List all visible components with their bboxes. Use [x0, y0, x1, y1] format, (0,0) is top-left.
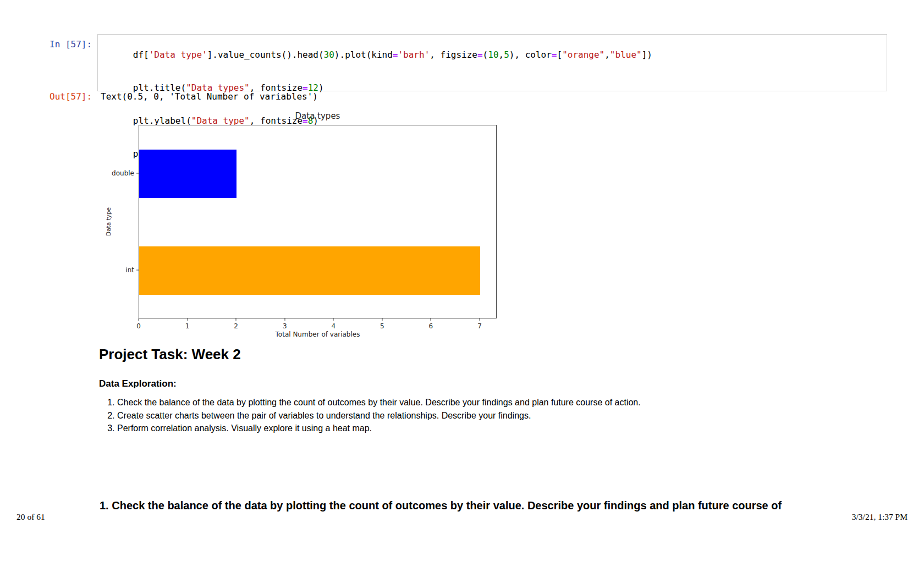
notebook-page: In [57]: df['Data type'].value_counts().…	[0, 0, 924, 561]
y-axis-label: Data type	[105, 207, 112, 236]
bar-double	[139, 150, 237, 198]
code-token: ].value_counts().head(	[207, 50, 324, 60]
code-token: [	[557, 50, 563, 60]
code-cell: df['Data type'].value_counts().head(30).…	[97, 34, 887, 91]
code-token: df[	[133, 50, 149, 60]
x-tick-label: 3	[283, 322, 287, 330]
task-list: Check the balance of the data by plottin…	[99, 398, 814, 437]
code-token: ])	[642, 50, 652, 60]
x-tick-label: 2	[234, 322, 238, 330]
y-tick-label: double	[112, 169, 134, 177]
section-heading: Project Task: Week 2	[99, 346, 241, 363]
code-token: 5	[504, 50, 509, 60]
x-tick-label: 7	[477, 322, 482, 330]
code-token: =	[552, 50, 557, 60]
x-tick	[236, 318, 237, 321]
output-text: Text(0.5, 0, 'Total Number of variables'…	[101, 91, 318, 102]
bar-int	[139, 246, 480, 295]
y-tick	[136, 173, 139, 174]
x-tick	[139, 318, 139, 321]
code-token: "orange"	[562, 50, 604, 60]
code-token: ,	[499, 50, 504, 60]
output-prompt: Out[57]:	[50, 91, 92, 102]
print-timestamp: 3/3/21, 1:37 PM	[852, 512, 908, 522]
code-token: "blue"	[610, 50, 642, 60]
figure: Data types Data type Total Number of var…	[102, 109, 506, 346]
x-tick	[284, 318, 285, 321]
x-tick	[333, 318, 334, 321]
code-line: df['Data type'].value_counts().head(30).…	[101, 38, 883, 72]
code-token: 30	[324, 50, 334, 60]
task-item: Create scatter charts between the pair o…	[117, 411, 814, 421]
code-token: ,	[604, 50, 610, 60]
code-token: ), color	[509, 50, 552, 60]
code-token: (	[483, 50, 488, 60]
x-tick-label: 1	[185, 322, 190, 330]
subsection-heading: Data Exploration:	[99, 378, 177, 389]
code-token: , figsize	[430, 50, 477, 60]
x-axis-label: Total Number of variables	[139, 331, 497, 338]
y-tick-label: int	[125, 266, 134, 274]
input-prompt: In [57]:	[50, 39, 92, 50]
x-tick	[187, 318, 188, 321]
x-tick-label: 4	[331, 322, 336, 330]
x-tick	[382, 318, 382, 321]
x-tick-label: 6	[429, 322, 433, 330]
code-token: =	[477, 50, 483, 60]
x-tick-label: 5	[380, 322, 384, 330]
task-item: Check the balance of the data by plottin…	[117, 398, 814, 408]
chart-title: Data types	[139, 111, 497, 121]
x-tick-label: 0	[136, 322, 141, 330]
code-token: )	[318, 82, 324, 93]
plot-area	[139, 125, 497, 318]
x-tick	[480, 318, 480, 321]
page-number: 20 of 61	[16, 512, 45, 522]
code-token: 10	[488, 50, 498, 60]
code-token: 'barh'	[398, 50, 430, 60]
code-token: ).plot(kind	[334, 50, 393, 60]
code-token: 'Data type'	[149, 50, 207, 60]
y-tick	[136, 270, 139, 271]
task-item: Perform correlation analysis. Visually e…	[117, 424, 814, 433]
bottom-heading: 1. Check the balance of the data by plot…	[100, 499, 892, 512]
x-tick	[431, 318, 431, 321]
